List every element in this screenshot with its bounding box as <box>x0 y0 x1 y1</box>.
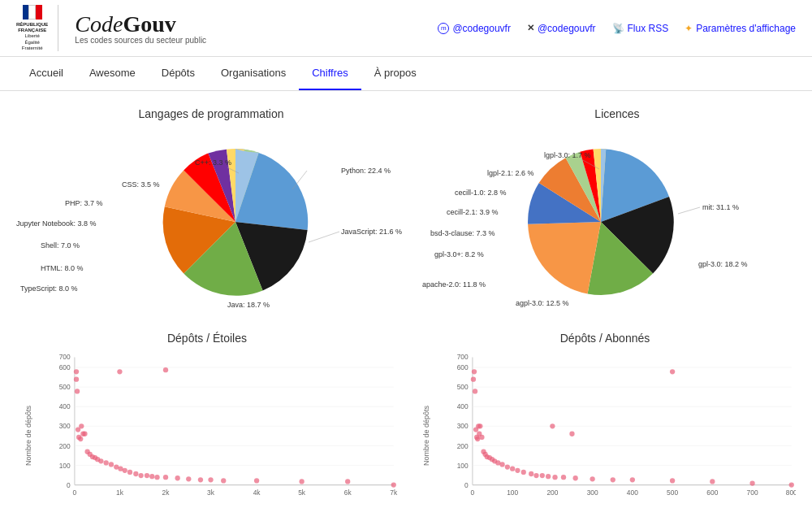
svg-point-69 <box>127 470 132 475</box>
header-left: RÉPUBLIQUEFRANÇAISELibertéÉgalitéFratern… <box>16 5 206 51</box>
svg-text:Shell: 7.0 %: Shell: 7.0 % <box>41 241 80 250</box>
svg-text:Python: 22.4 %: Python: 22.4 % <box>341 167 391 175</box>
svg-text:700: 700 <box>747 488 758 497</box>
svg-point-77 <box>186 476 191 481</box>
mastodon-link[interactable]: m @codegouvfr <box>438 23 511 34</box>
svg-text:lgpl-2.1: 2.6 %: lgpl-2.1: 2.6 % <box>487 169 534 177</box>
licenses-section: Licences <box>422 107 812 315</box>
svg-point-114 <box>473 389 477 393</box>
svg-point-136 <box>540 473 545 478</box>
svg-point-139 <box>561 475 566 480</box>
svg-text:mit: 31.1 %: mit: 31.1 % <box>702 203 739 211</box>
navigation: Accueil Awesome Dépôts Organisations Chi… <box>0 57 812 91</box>
svg-text:cecill-2.1: 3.9 %: cecill-2.1: 3.9 % <box>447 208 499 216</box>
svg-point-121 <box>479 435 484 440</box>
svg-point-140 <box>573 475 578 480</box>
svg-text:0: 0 <box>67 481 71 489</box>
languages-section: Langages de programmation <box>16 107 406 315</box>
svg-point-150 <box>569 432 574 436</box>
svg-point-79 <box>208 477 213 482</box>
svg-point-80 <box>221 478 226 483</box>
codegouv-subtitle: Les codes sources du secteur public <box>75 36 206 45</box>
svg-text:0: 0 <box>73 488 77 497</box>
svg-point-50 <box>74 369 79 374</box>
svg-text:600: 600 <box>706 488 718 497</box>
svg-point-84 <box>391 482 396 487</box>
svg-text:gpl-3.0: 18.2 %: gpl-3.0: 18.2 % <box>698 260 748 268</box>
svg-point-137 <box>546 474 551 479</box>
main-content: Langages de programmation <box>0 91 812 508</box>
svg-point-131 <box>510 467 515 471</box>
svg-text:Java: 18.7 %: Java: 18.7 % <box>227 301 270 309</box>
svg-text:500: 500 <box>667 488 678 497</box>
svg-text:2k: 2k <box>162 488 171 497</box>
svg-text:CSS: 3.5 %: CSS: 3.5 % <box>122 180 160 189</box>
svg-text:700: 700 <box>457 353 469 361</box>
header-right: m @codegouvfr ✕ @codegouvfr 📡 Flux RSS ✦… <box>438 23 796 34</box>
svg-text:agpl-3.0: 12.5 %: agpl-3.0: 12.5 % <box>516 299 569 307</box>
svg-text:TypeScript: 8.0 %: TypeScript: 8.0 % <box>20 284 78 293</box>
svg-text:7k: 7k <box>390 488 398 497</box>
svg-point-65 <box>109 462 114 467</box>
svg-point-142 <box>611 477 615 482</box>
svg-text:0: 0 <box>471 488 475 497</box>
nav-item-depots[interactable]: Dépôts <box>149 57 208 90</box>
svg-point-73 <box>149 474 154 479</box>
svg-text:cecill-1.0: 2.8 %: cecill-1.0: 2.8 % <box>455 189 507 197</box>
svg-text:lgpl-3.0: 1.7 %: lgpl-3.0: 1.7 % <box>544 151 591 159</box>
svg-text:apache-2.0: 11.8 %: apache-2.0: 11.8 % <box>422 280 486 289</box>
svg-text:100: 100 <box>59 462 71 470</box>
svg-point-112 <box>471 377 476 382</box>
mastodon-icon: m <box>438 23 449 34</box>
republic-text: RÉPUBLIQUEFRANÇAISELibertéÉgalitéFratern… <box>16 22 48 51</box>
nav-item-chiffres[interactable]: Chiffres <box>299 57 361 90</box>
republic-logo: RÉPUBLIQUEFRANÇAISELibertéÉgalitéFratern… <box>16 5 58 51</box>
svg-point-146 <box>749 480 754 485</box>
svg-point-68 <box>123 468 127 473</box>
svg-text:500: 500 <box>457 383 469 391</box>
svg-text:4k: 4k <box>253 488 261 497</box>
etoiles-section: Dépôts / Étoiles Nombre de dépôts 0 100 … <box>16 332 398 508</box>
svg-point-85 <box>163 367 168 372</box>
svg-point-138 <box>552 475 557 480</box>
svg-point-83 <box>345 479 350 484</box>
etoiles-svg: 0 100 200 300 400 500 600 700 <box>41 349 398 508</box>
svg-text:gpl-3.0+: 8.2 %: gpl-3.0+: 8.2 % <box>434 250 484 258</box>
svg-text:400: 400 <box>457 402 469 410</box>
svg-point-129 <box>499 462 504 467</box>
x-icon: ✕ <box>527 23 534 33</box>
abonnes-svg: 0 100 200 300 400 500 600 700 <box>438 349 796 508</box>
settings-link[interactable]: ✦ Paramètres d'affichage <box>685 23 796 34</box>
svg-point-64 <box>104 460 109 465</box>
svg-point-51 <box>75 389 80 393</box>
svg-text:1k: 1k <box>116 488 124 497</box>
rss-link[interactable]: 📡 Flux RSS <box>612 23 669 34</box>
svg-text:400: 400 <box>627 488 638 497</box>
svg-line-3 <box>309 232 339 242</box>
nav-item-awesome[interactable]: Awesome <box>76 57 149 90</box>
svg-point-86 <box>117 369 122 374</box>
settings-icon: ✦ <box>685 23 693 34</box>
nav-item-organisations[interactable]: Organisations <box>208 57 299 90</box>
nav-item-apropos[interactable]: À propos <box>361 57 430 90</box>
codegouv-logo: CodeGouv <box>75 11 206 37</box>
scatter-charts-row: Dépôts / Étoiles Nombre de dépôts 0 100 … <box>16 332 796 508</box>
svg-point-147 <box>789 482 794 487</box>
svg-point-72 <box>145 473 149 478</box>
twitter-link[interactable]: ✕ @codegouvfr <box>527 23 596 34</box>
svg-text:PHP: 3.7 %: PHP: 3.7 % <box>65 199 103 207</box>
svg-point-78 <box>198 477 203 482</box>
nav-item-accueil[interactable]: Accueil <box>16 57 76 90</box>
svg-point-63 <box>98 458 103 463</box>
svg-text:300: 300 <box>59 422 71 430</box>
pie-charts-row: Langages de programmation <box>16 107 796 315</box>
svg-point-75 <box>163 475 168 480</box>
svg-point-49 <box>74 377 79 382</box>
languages-title: Langages de programmation <box>138 107 283 120</box>
svg-point-133 <box>521 470 526 475</box>
svg-text:5k: 5k <box>298 488 306 497</box>
y-axis-label-etoiles: Nombre de dépôts <box>24 406 32 466</box>
licenses-chart: mit: 31.1 % gpl-3.0: 18.2 % agpl-3.0: 12… <box>422 128 812 315</box>
svg-text:3k: 3k <box>207 488 215 497</box>
svg-point-71 <box>138 473 143 478</box>
